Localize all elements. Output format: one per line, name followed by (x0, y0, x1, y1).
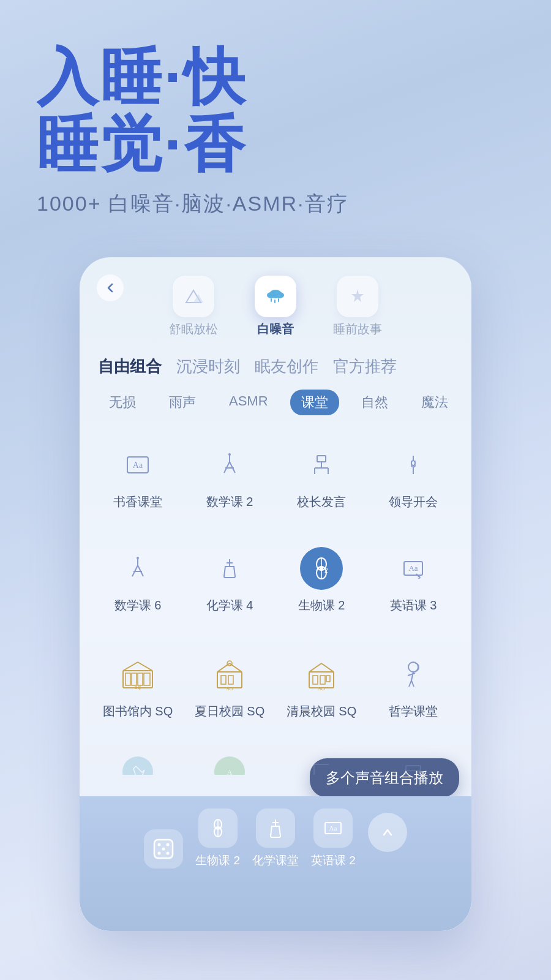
svg-rect-5 (271, 298, 272, 302)
player-bio-2[interactable]: 生物课 2 (195, 809, 240, 869)
player-chem-label: 化学课堂 (252, 853, 299, 869)
player-expand-button[interactable] (368, 813, 407, 852)
tab-bedtime-label: 睡前故事 (333, 321, 382, 337)
hero-title: 入睡·快 睡觉·香 (37, 43, 514, 178)
sound-philosophy-label: 哲学课堂 (389, 703, 438, 720)
category-tabs: 自由组合 沉浸时刻 眠友创作 官方推荐 (80, 344, 471, 383)
svg-rect-46 (144, 673, 150, 685)
svg-text:Aa: Aa (408, 564, 418, 573)
tab-white-noise-label: 白噪音 (257, 321, 294, 337)
sound-grid-row3: SQ 图书馆内 SQ SQ 夏日校园 SQ (80, 635, 471, 738)
svg-point-79 (162, 848, 165, 851)
svg-point-78 (167, 852, 170, 855)
svg-line-47 (123, 662, 138, 671)
chip-asmr[interactable]: ASMR (218, 390, 279, 415)
svg-point-14 (228, 453, 231, 456)
tab-sleep-label: 舒眠放松 (169, 321, 218, 337)
sound-library-sq-label: 图书馆内 SQ (103, 703, 173, 720)
svg-point-21 (411, 461, 415, 466)
svg-line-67 (411, 680, 414, 687)
sound-chem-4[interactable]: 化学课 4 (184, 535, 276, 626)
svg-point-36 (320, 567, 323, 570)
svg-line-68 (408, 673, 415, 676)
partial-item-2[interactable]: A (184, 738, 276, 775)
back-button[interactable] (97, 274, 124, 301)
svg-text:2: 2 (324, 567, 328, 574)
player-chem[interactable]: 化学课堂 (252, 809, 299, 869)
cat-user-create[interactable]: 眠友创作 (255, 356, 318, 377)
sound-chem-4-label: 化学课 4 (206, 597, 253, 614)
tab-white-noise[interactable]: 白噪音 (255, 276, 296, 337)
sound-leader[interactable]: 领导开会 (367, 431, 459, 522)
partial-item-3[interactable] (276, 738, 367, 775)
chip-brainwave[interactable]: 脑波 (470, 390, 471, 415)
svg-point-77 (158, 852, 161, 855)
sound-math-2[interactable]: 数学课 2 (184, 431, 276, 522)
chip-classroom[interactable]: 课堂 (290, 390, 339, 415)
sound-leader-label: 领导开会 (389, 494, 438, 510)
hero-section: 入睡·快 睡觉·香 1000+ 白噪音·脑波·ASMR·音疗 (0, 0, 551, 261)
sound-summer-sq[interactable]: SQ 夏日校园 SQ (184, 641, 276, 732)
svg-point-83 (217, 827, 219, 829)
player-english-2-label: 英语课 2 (311, 853, 356, 869)
svg-line-48 (138, 662, 152, 671)
partial-row: A (80, 738, 471, 775)
sound-principal-label: 校长发言 (297, 494, 346, 510)
svg-point-4 (276, 292, 284, 298)
partial-item-4[interactable] (367, 738, 459, 775)
svg-point-30 (137, 557, 139, 559)
svg-rect-62 (326, 676, 330, 682)
cat-immerse[interactable]: 沉浸时刻 (176, 356, 240, 377)
svg-rect-43 (126, 673, 130, 685)
svg-point-75 (158, 843, 161, 846)
svg-text:Aa: Aa (133, 461, 143, 470)
chip-lossless[interactable]: 无损 (98, 390, 147, 415)
sound-english-3[interactable]: Aa 3 英语课 3 (367, 535, 459, 626)
svg-point-3 (267, 292, 276, 298)
sound-grid-row1: Aa 书香课堂 数学课 2 (80, 425, 471, 529)
chip-magic[interactable]: 魔法 (410, 390, 459, 415)
sound-bio-2[interactable]: 2 生物课 2 (276, 535, 367, 626)
tab-bedtime[interactable]: 睡前故事 (333, 276, 382, 337)
sound-principal[interactable]: 校长发言 (276, 431, 367, 522)
svg-text:Aa: Aa (329, 824, 337, 832)
svg-rect-51 (221, 676, 226, 684)
svg-rect-6 (274, 300, 276, 303)
svg-rect-52 (228, 676, 233, 684)
cat-official[interactable]: 官方推荐 (333, 356, 397, 377)
svg-text:A: A (227, 768, 233, 775)
phone-card: 舒眠放松 白噪音 (80, 257, 471, 931)
svg-marker-1 (193, 294, 203, 303)
cat-free-combo[interactable]: 自由组合 (98, 356, 162, 377)
svg-text:SQ: SQ (226, 686, 233, 690)
sound-math-2-label: 数学课 2 (206, 494, 253, 510)
svg-text:SQ: SQ (318, 686, 325, 690)
player-bio-2-label: 生物课 2 (195, 853, 240, 869)
sound-grid-row2: 数学课 6 化学课 4 2 生物课 (80, 529, 471, 632)
sound-morning-sq[interactable]: SQ 清晨校园 SQ (276, 641, 367, 732)
player-english-2[interactable]: Aa 英语课 2 (311, 809, 356, 869)
chip-nature[interactable]: 自然 (350, 390, 399, 415)
chip-rain[interactable]: 雨声 (158, 390, 207, 415)
partial-item-1[interactable] (92, 738, 184, 775)
sound-english-3-label: 英语课 3 (390, 597, 437, 614)
hero-subtitle: 1000+ 白噪音·脑波·ASMR·音疗 (37, 190, 514, 218)
tab-sleep[interactable]: 舒眠放松 (169, 276, 218, 337)
svg-rect-15 (317, 456, 326, 462)
sound-book-class[interactable]: Aa 书香课堂 (92, 431, 184, 522)
svg-point-76 (167, 843, 170, 846)
sound-morning-sq-label: 清晨校园 SQ (287, 703, 356, 720)
svg-rect-7 (278, 298, 279, 302)
sound-chips: 无损 雨声 ASMR 课堂 自然 魔法 脑波 (80, 383, 471, 425)
sound-library-sq[interactable]: SQ 图书馆内 SQ (92, 641, 184, 732)
player-bar: 生物课 2 化学课堂 Aa (80, 796, 471, 931)
sound-math-6[interactable]: 数学课 6 (92, 535, 184, 626)
svg-rect-45 (138, 673, 143, 685)
sound-math-6-label: 数学课 6 (114, 597, 162, 614)
svg-rect-59 (320, 676, 325, 684)
svg-rect-44 (132, 673, 137, 685)
sound-philosophy[interactable]: 哲学课堂 (367, 641, 459, 732)
player-dice[interactable] (144, 829, 183, 869)
sound-summer-sq-label: 夏日校园 SQ (195, 703, 264, 720)
svg-line-61 (321, 663, 334, 672)
